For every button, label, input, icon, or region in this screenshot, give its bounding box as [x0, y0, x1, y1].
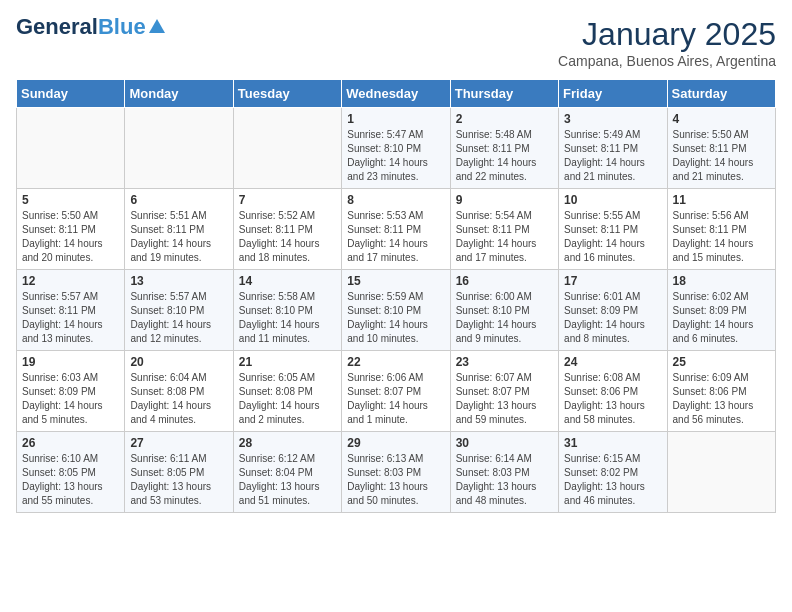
calendar-cell: 13Sunrise: 5:57 AM Sunset: 8:10 PM Dayli…: [125, 270, 233, 351]
day-info: Sunrise: 5:53 AM Sunset: 8:11 PM Dayligh…: [347, 209, 444, 265]
day-number: 1: [347, 112, 444, 126]
day-number: 3: [564, 112, 661, 126]
calendar-cell: 25Sunrise: 6:09 AM Sunset: 8:06 PM Dayli…: [667, 351, 775, 432]
day-number: 31: [564, 436, 661, 450]
day-info: Sunrise: 6:08 AM Sunset: 8:06 PM Dayligh…: [564, 371, 661, 427]
calendar-cell: 12Sunrise: 5:57 AM Sunset: 8:11 PM Dayli…: [17, 270, 125, 351]
calendar-week-2: 5Sunrise: 5:50 AM Sunset: 8:11 PM Daylig…: [17, 189, 776, 270]
day-number: 14: [239, 274, 336, 288]
day-info: Sunrise: 6:14 AM Sunset: 8:03 PM Dayligh…: [456, 452, 553, 508]
month-title: January 2025: [558, 16, 776, 53]
calendar-cell: 7Sunrise: 5:52 AM Sunset: 8:11 PM Daylig…: [233, 189, 341, 270]
day-info: Sunrise: 5:58 AM Sunset: 8:10 PM Dayligh…: [239, 290, 336, 346]
day-number: 9: [456, 193, 553, 207]
calendar-cell: 3Sunrise: 5:49 AM Sunset: 8:11 PM Daylig…: [559, 108, 667, 189]
day-info: Sunrise: 6:07 AM Sunset: 8:07 PM Dayligh…: [456, 371, 553, 427]
calendar-cell: 19Sunrise: 6:03 AM Sunset: 8:09 PM Dayli…: [17, 351, 125, 432]
calendar-cell: 5Sunrise: 5:50 AM Sunset: 8:11 PM Daylig…: [17, 189, 125, 270]
header-day-tuesday: Tuesday: [233, 80, 341, 108]
calendar-cell: 22Sunrise: 6:06 AM Sunset: 8:07 PM Dayli…: [342, 351, 450, 432]
day-info: Sunrise: 5:57 AM Sunset: 8:10 PM Dayligh…: [130, 290, 227, 346]
calendar-cell: 18Sunrise: 6:02 AM Sunset: 8:09 PM Dayli…: [667, 270, 775, 351]
header-day-monday: Monday: [125, 80, 233, 108]
day-number: 7: [239, 193, 336, 207]
day-info: Sunrise: 6:15 AM Sunset: 8:02 PM Dayligh…: [564, 452, 661, 508]
day-info: Sunrise: 6:11 AM Sunset: 8:05 PM Dayligh…: [130, 452, 227, 508]
day-number: 28: [239, 436, 336, 450]
day-number: 21: [239, 355, 336, 369]
day-info: Sunrise: 5:49 AM Sunset: 8:11 PM Dayligh…: [564, 128, 661, 184]
calendar-table: SundayMondayTuesdayWednesdayThursdayFrid…: [16, 79, 776, 513]
day-number: 11: [673, 193, 770, 207]
day-info: Sunrise: 5:48 AM Sunset: 8:11 PM Dayligh…: [456, 128, 553, 184]
calendar-cell: 23Sunrise: 6:07 AM Sunset: 8:07 PM Dayli…: [450, 351, 558, 432]
calendar-cell: [667, 432, 775, 513]
day-info: Sunrise: 6:06 AM Sunset: 8:07 PM Dayligh…: [347, 371, 444, 427]
day-info: Sunrise: 6:00 AM Sunset: 8:10 PM Dayligh…: [456, 290, 553, 346]
day-info: Sunrise: 5:59 AM Sunset: 8:10 PM Dayligh…: [347, 290, 444, 346]
calendar-cell: 20Sunrise: 6:04 AM Sunset: 8:08 PM Dayli…: [125, 351, 233, 432]
day-number: 23: [456, 355, 553, 369]
header-day-saturday: Saturday: [667, 80, 775, 108]
calendar-week-3: 12Sunrise: 5:57 AM Sunset: 8:11 PM Dayli…: [17, 270, 776, 351]
calendar-cell: 6Sunrise: 5:51 AM Sunset: 8:11 PM Daylig…: [125, 189, 233, 270]
day-number: 20: [130, 355, 227, 369]
day-info: Sunrise: 5:56 AM Sunset: 8:11 PM Dayligh…: [673, 209, 770, 265]
calendar-cell: 11Sunrise: 5:56 AM Sunset: 8:11 PM Dayli…: [667, 189, 775, 270]
calendar-week-4: 19Sunrise: 6:03 AM Sunset: 8:09 PM Dayli…: [17, 351, 776, 432]
header-day-sunday: Sunday: [17, 80, 125, 108]
calendar-cell: 16Sunrise: 6:00 AM Sunset: 8:10 PM Dayli…: [450, 270, 558, 351]
logo-text: GeneralBlue: [16, 16, 146, 38]
header-day-thursday: Thursday: [450, 80, 558, 108]
calendar-cell: 14Sunrise: 5:58 AM Sunset: 8:10 PM Dayli…: [233, 270, 341, 351]
day-info: Sunrise: 6:12 AM Sunset: 8:04 PM Dayligh…: [239, 452, 336, 508]
calendar-cell: 10Sunrise: 5:55 AM Sunset: 8:11 PM Dayli…: [559, 189, 667, 270]
calendar-cell: 28Sunrise: 6:12 AM Sunset: 8:04 PM Dayli…: [233, 432, 341, 513]
day-info: Sunrise: 5:50 AM Sunset: 8:11 PM Dayligh…: [22, 209, 119, 265]
day-number: 17: [564, 274, 661, 288]
day-number: 8: [347, 193, 444, 207]
day-number: 24: [564, 355, 661, 369]
day-info: Sunrise: 6:10 AM Sunset: 8:05 PM Dayligh…: [22, 452, 119, 508]
svg-marker-0: [149, 19, 165, 33]
calendar-cell: 30Sunrise: 6:14 AM Sunset: 8:03 PM Dayli…: [450, 432, 558, 513]
day-info: Sunrise: 5:47 AM Sunset: 8:10 PM Dayligh…: [347, 128, 444, 184]
day-number: 30: [456, 436, 553, 450]
page-header: GeneralBlue January 2025 Campana, Buenos…: [16, 16, 776, 69]
day-number: 4: [673, 112, 770, 126]
calendar-week-5: 26Sunrise: 6:10 AM Sunset: 8:05 PM Dayli…: [17, 432, 776, 513]
calendar-cell: [125, 108, 233, 189]
title-block: January 2025 Campana, Buenos Aires, Arge…: [558, 16, 776, 69]
day-number: 29: [347, 436, 444, 450]
calendar-cell: [233, 108, 341, 189]
day-number: 25: [673, 355, 770, 369]
day-number: 2: [456, 112, 553, 126]
day-info: Sunrise: 6:05 AM Sunset: 8:08 PM Dayligh…: [239, 371, 336, 427]
header-day-friday: Friday: [559, 80, 667, 108]
day-info: Sunrise: 6:02 AM Sunset: 8:09 PM Dayligh…: [673, 290, 770, 346]
day-info: Sunrise: 6:01 AM Sunset: 8:09 PM Dayligh…: [564, 290, 661, 346]
day-number: 6: [130, 193, 227, 207]
calendar-cell: 26Sunrise: 6:10 AM Sunset: 8:05 PM Dayli…: [17, 432, 125, 513]
day-info: Sunrise: 6:03 AM Sunset: 8:09 PM Dayligh…: [22, 371, 119, 427]
calendar-cell: 1Sunrise: 5:47 AM Sunset: 8:10 PM Daylig…: [342, 108, 450, 189]
day-number: 16: [456, 274, 553, 288]
day-number: 27: [130, 436, 227, 450]
calendar-cell: 29Sunrise: 6:13 AM Sunset: 8:03 PM Dayli…: [342, 432, 450, 513]
calendar-week-1: 1Sunrise: 5:47 AM Sunset: 8:10 PM Daylig…: [17, 108, 776, 189]
day-number: 12: [22, 274, 119, 288]
calendar-cell: 4Sunrise: 5:50 AM Sunset: 8:11 PM Daylig…: [667, 108, 775, 189]
calendar-cell: 9Sunrise: 5:54 AM Sunset: 8:11 PM Daylig…: [450, 189, 558, 270]
day-info: Sunrise: 5:50 AM Sunset: 8:11 PM Dayligh…: [673, 128, 770, 184]
day-number: 19: [22, 355, 119, 369]
day-number: 5: [22, 193, 119, 207]
day-number: 18: [673, 274, 770, 288]
calendar-cell: 2Sunrise: 5:48 AM Sunset: 8:11 PM Daylig…: [450, 108, 558, 189]
day-info: Sunrise: 5:52 AM Sunset: 8:11 PM Dayligh…: [239, 209, 336, 265]
day-number: 22: [347, 355, 444, 369]
calendar-header-row: SundayMondayTuesdayWednesdayThursdayFrid…: [17, 80, 776, 108]
calendar-cell: 24Sunrise: 6:08 AM Sunset: 8:06 PM Dayli…: [559, 351, 667, 432]
day-info: Sunrise: 5:54 AM Sunset: 8:11 PM Dayligh…: [456, 209, 553, 265]
day-info: Sunrise: 6:13 AM Sunset: 8:03 PM Dayligh…: [347, 452, 444, 508]
calendar-cell: 8Sunrise: 5:53 AM Sunset: 8:11 PM Daylig…: [342, 189, 450, 270]
